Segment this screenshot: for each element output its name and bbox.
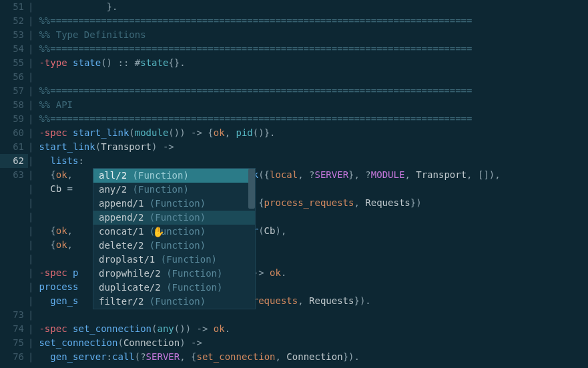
code-content[interactable]: gen_server:call(?SERVER, {set_connection… — [39, 350, 588, 364]
token: ()) -> { — [168, 127, 213, 138]
code-line[interactable]: 53|%% Type Definitions — [0, 28, 588, 42]
token: . — [281, 267, 286, 278]
code-line[interactable]: 60|-spec start_link(module()) -> {ok, pi… — [0, 126, 588, 140]
token: Requests — [309, 295, 354, 306]
token: ok — [56, 169, 67, 180]
autocomplete-item[interactable]: filter/2 (Function) — [93, 295, 255, 309]
completion-kind: (Function) — [150, 197, 206, 211]
line-number: 59 — [0, 112, 28, 126]
token: Transport — [416, 169, 467, 180]
autocomplete-item[interactable]: duplicate/2 (Function) — [93, 281, 255, 295]
code-line[interactable]: 61|start_link(Transport) -> — [0, 140, 588, 154]
gutter-separator: | — [28, 252, 39, 266]
code-line[interactable]: 59|%%===================================… — [0, 112, 588, 126]
autocomplete-item[interactable]: append/2 (Function) — [93, 211, 255, 225]
token: ok — [214, 323, 225, 334]
code-content[interactable]: -spec set_connection(any()) -> ok. — [39, 322, 588, 336]
code-content[interactable]: %%======================================… — [39, 112, 588, 126]
completion-name: any/2 — [99, 183, 133, 197]
gutter-separator: | — [28, 112, 39, 126]
code-line[interactable]: 74|-spec set_connection(any()) -> ok. — [0, 322, 588, 336]
code-line[interactable]: 63| {ok, ink({local, ?SERVER}, ?MODULE, … — [0, 168, 588, 182]
code-content[interactable]: %%======================================… — [39, 84, 588, 98]
token: (? — [135, 351, 146, 362]
code-content[interactable]: %% API — [39, 98, 588, 112]
code-line[interactable]: 73| — [0, 308, 588, 322]
code-line[interactable]: 75|set_connection(Connection) -> — [0, 336, 588, 350]
token: , { — [180, 351, 196, 362]
autocomplete-item[interactable]: concat/1 (Function) — [93, 225, 255, 239]
token: process — [39, 281, 78, 292]
code-line[interactable]: 56| — [0, 70, 588, 84]
code-line[interactable]: | {process_requests, Requests}) — [0, 196, 588, 210]
code-line[interactable]: | gen_s ess_requests, Requests}). — [0, 294, 588, 308]
token: %%======================================… — [39, 43, 472, 54]
code-content[interactable]: %%======================================… — [39, 14, 588, 28]
gutter-separator: | — [28, 280, 39, 294]
token: ) -> — [180, 337, 202, 348]
token: ()) -> — [174, 323, 214, 334]
code-content[interactable]: %% Type Definitions — [39, 28, 588, 42]
completion-name: droplast/1 — [99, 253, 161, 267]
code-line[interactable]: 58|%% API — [0, 98, 588, 112]
code-line[interactable]: |process — [0, 280, 588, 294]
code-line[interactable]: | {ok, — [0, 238, 588, 252]
autocomplete-popup[interactable]: all/2 (Function)any/2 (Function)append/1… — [93, 168, 256, 309]
code-line[interactable]: 57|%%===================================… — [0, 84, 588, 98]
gutter-separator: | — [28, 140, 39, 154]
code-line[interactable]: 54|%%===================================… — [0, 42, 588, 56]
gutter-separator: | — [28, 322, 39, 336]
code-line[interactable]: 62| lists: — [0, 154, 588, 168]
token: Cb — [39, 183, 61, 194]
code-content[interactable]: set_connection(Connection) -> — [39, 336, 588, 350]
token: ( — [117, 337, 123, 348]
line-number: 74 — [0, 322, 28, 336]
token: }) — [410, 197, 422, 208]
code-line[interactable]: | — [0, 210, 588, 224]
token: SERVER — [315, 169, 349, 180]
code-line[interactable]: | — [0, 252, 588, 266]
code-content[interactable]: start_link(Transport) -> — [39, 140, 588, 154]
token: gen_s — [39, 295, 78, 306]
line-number: 75 — [0, 336, 28, 350]
line-number: 56 — [0, 70, 28, 84]
token: }). — [354, 295, 370, 306]
code-content[interactable]: %%======================================… — [39, 42, 588, 56]
token: %%======================================… — [39, 113, 472, 124]
token: %%======================================… — [39, 85, 472, 96]
token: ) -> — [152, 141, 174, 152]
token: () :: # — [101, 57, 140, 68]
code-line[interactable]: 52|%%===================================… — [0, 14, 588, 28]
gutter-separator: | — [28, 336, 39, 350]
autocomplete-scrollbar[interactable] — [248, 169, 255, 209]
completion-kind: (Function) — [166, 281, 222, 295]
code-line[interactable]: | Cb = — [0, 182, 588, 196]
code-line[interactable]: | {ok, ener(Cb), — [0, 224, 588, 238]
token: , — [276, 351, 287, 362]
code-content[interactable]: -spec start_link(module()) -> {ok, pid()… — [39, 126, 588, 140]
autocomplete-item[interactable]: droplast/1 (Function) — [93, 253, 255, 267]
code-editor[interactable]: 51| }.52|%%=============================… — [0, 0, 588, 364]
autocomplete-item[interactable]: any/2 (Function) — [93, 183, 255, 197]
completion-kind: (Function) — [133, 183, 189, 197]
gutter-separator: | — [28, 28, 39, 42]
code-content[interactable]: }. — [39, 0, 588, 14]
line-number: 58 — [0, 98, 28, 112]
code-line[interactable]: |-spec p ) -> ok. — [0, 266, 588, 280]
token: ( — [129, 127, 134, 138]
token: ), — [275, 225, 286, 236]
autocomplete-item[interactable]: dropwhile/2 (Function) — [93, 267, 255, 281]
token: { — [39, 225, 55, 236]
token: process_requests — [264, 197, 354, 208]
token: }, ? — [348, 169, 371, 180]
code-line[interactable]: 51| }. — [0, 0, 588, 14]
autocomplete-item[interactable]: all/2 (Function) — [93, 169, 255, 183]
gutter-separator: | — [28, 154, 39, 168]
code-content[interactable]: -type state() :: #state{}. — [39, 56, 588, 70]
autocomplete-item[interactable]: append/1 (Function) — [93, 197, 255, 211]
token: , — [404, 169, 416, 180]
autocomplete-item[interactable]: delete/2 (Function) — [93, 239, 255, 253]
code-line[interactable]: 55|-type state() :: #state{}. — [0, 56, 588, 70]
code-content[interactable]: lists: — [39, 154, 588, 168]
code-line[interactable]: 76| gen_server:call(?SERVER, {set_connec… — [0, 350, 588, 364]
